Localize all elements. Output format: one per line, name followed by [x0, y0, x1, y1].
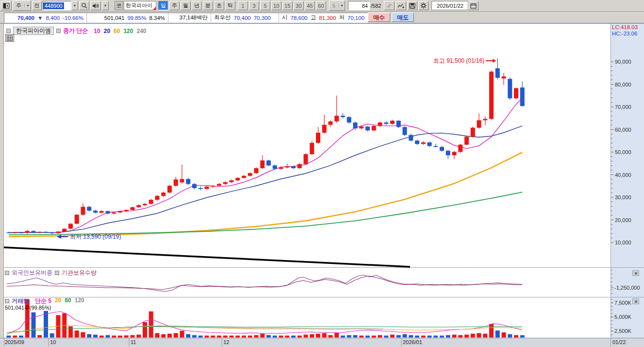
- main-chart-header: 한국피아이엠 종가 단순 102060120240: [6, 27, 146, 35]
- grid-tool-button[interactable]: [5, 34, 14, 42]
- volume-info: 501,041주(99.85%): [5, 304, 51, 312]
- institution-qty-label: 기관보유수량: [62, 269, 97, 277]
- svg-text:80,000: 80,000: [615, 82, 631, 87]
- svg-text:5,000K: 5,000K: [614, 314, 632, 320]
- ma-legend-10: 10: [94, 28, 100, 35]
- svg-text:11: 11: [131, 339, 136, 345]
- lc-value: LC:418.03: [612, 24, 638, 31]
- volume-legend-20: 20: [55, 297, 61, 305]
- ma-legend-label: 종가 단순: [63, 27, 88, 35]
- svg-text:2026/01: 2026/01: [403, 339, 422, 345]
- svg-text:70,000: 70,000: [615, 104, 631, 110]
- svg-text:50,000: 50,000: [615, 149, 631, 155]
- hc-value: HC:-23.06: [612, 31, 638, 37]
- svg-text:2,500K: 2,500K: [614, 328, 632, 334]
- ma-legend-120: 120: [123, 28, 133, 35]
- svg-text:30,000: 30,000: [615, 194, 631, 200]
- lc-hc-readout: LC:418.03 HC:-23.06: [612, 24, 638, 37]
- volume-panel-close-button[interactable]: [632, 298, 639, 304]
- chart-window: 주 ▼ 전 448900 ▼ ▼ 코 한국피아이 일주월년분초틱 1351015…: [0, 0, 644, 347]
- svg-text:20,000: 20,000: [615, 217, 631, 223]
- grid-icon: [7, 35, 13, 41]
- panel-marker-icon: [5, 271, 9, 275]
- chart-canvas[interactable]: 10,00020,00030,00040,00050,00060,00070,0…: [0, 0, 644, 347]
- svg-text:40,000: 40,000: [615, 172, 631, 178]
- ma-legend-items: 102060120240: [90, 28, 146, 35]
- middle-panel-close-button[interactable]: [632, 270, 639, 276]
- panel-marker-icon: [56, 29, 61, 33]
- panel-marker-icon: [6, 29, 11, 33]
- svg-text:7,500K: 7,500K: [614, 300, 632, 306]
- volume-legend-60: 60: [65, 297, 71, 305]
- close-icon: [634, 272, 638, 275]
- ma-legend-240: 240: [136, 28, 146, 35]
- foreign-ratio-label: 외국인보유비중: [12, 269, 52, 277]
- svg-text:-1,250,000: -1,250,000: [614, 285, 640, 291]
- volume-legend-120: 120: [75, 297, 84, 305]
- svg-text:01/22: 01/22: [612, 339, 626, 345]
- panel-marker-icon: [5, 299, 9, 303]
- middle-panel-header: 외국인보유비중 기관보유수량: [5, 269, 97, 277]
- chart-title[interactable]: 한국피아이엠: [13, 27, 54, 35]
- svg-text:최고 91,500 (01/16): 최고 91,500 (01/16): [433, 57, 484, 64]
- ma-legend-20: 20: [104, 28, 110, 35]
- svg-text:최저 13,590 (09/19): 최저 13,590 (09/19): [70, 233, 121, 240]
- svg-text:90,000: 90,000: [615, 59, 631, 65]
- svg-text:10: 10: [50, 339, 56, 345]
- panel-marker-icon: [55, 271, 59, 275]
- ma-legend-60: 60: [114, 28, 120, 35]
- close-icon: [634, 300, 638, 303]
- svg-text:12: 12: [223, 339, 229, 345]
- svg-text:60,000: 60,000: [615, 127, 631, 133]
- svg-text:10,000: 10,000: [615, 240, 631, 245]
- svg-text:2025/09: 2025/09: [5, 339, 24, 345]
